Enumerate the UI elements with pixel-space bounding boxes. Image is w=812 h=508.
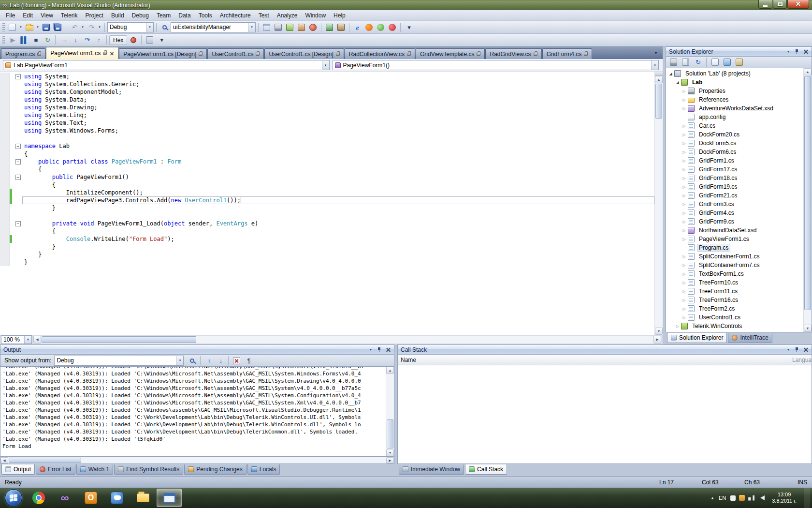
tree-item-solution-lab-8-projects[interactable]: ◢Solution 'Lab' (8 projects) (666, 69, 803, 78)
breakpoints-window-icon[interactable] (128, 34, 139, 45)
auto-hide-pin-button[interactable] (793, 48, 801, 55)
show-all-files-icon[interactable] (680, 57, 691, 68)
hidden-icons-button[interactable]: ▲ (710, 496, 714, 500)
expand-arrow-icon[interactable]: ▷ (681, 237, 688, 241)
expand-arrow-icon[interactable]: ▷ (674, 324, 681, 329)
tree-item-dockform5-cs[interactable]: ▷DockForm5.cs (666, 139, 803, 148)
tree-item-dockform6-cs[interactable]: ▷DockForm6.cs (666, 148, 803, 156)
menu-team[interactable]: Team (153, 11, 174, 20)
expand-arrow-icon[interactable]: ▷ (681, 133, 688, 137)
taskbar-clock[interactable]: 13:09 3.8.2011 г. (769, 492, 799, 504)
tree-item-textboxform1-cs[interactable]: ▷TextBoxForm1.cs (666, 269, 803, 278)
show-properties-icon[interactable] (668, 57, 679, 68)
refresh-icon[interactable]: ↻ (692, 57, 703, 68)
uncomment-selection-icon[interactable] (335, 22, 347, 33)
menu-edit[interactable]: Edit (19, 11, 37, 20)
scroll-thumb[interactable] (804, 76, 811, 310)
action-center-icon[interactable] (730, 495, 736, 501)
window-position-button[interactable]: ▾ (784, 48, 792, 55)
taskbar-communicator-button[interactable] (104, 489, 130, 507)
tab-immediate-window[interactable]: Immediate Window (399, 464, 464, 475)
menu-build[interactable]: Build (107, 11, 128, 20)
redo-dropdown[interactable]: ▾ (97, 22, 102, 33)
show-desktop-button[interactable] (804, 488, 810, 508)
tree-item-telerik-wincontrols[interactable]: ▷Telerik.WinControls (666, 322, 803, 330)
save-all-icon[interactable] (52, 22, 63, 33)
tree-item-car-cs[interactable]: ▷Car.cs (666, 121, 803, 130)
close-tab-button[interactable] (110, 51, 114, 55)
volume-icon[interactable] (758, 495, 765, 500)
tab-watch-1[interactable]: Watch 1 (76, 464, 114, 475)
solution-configurations-dropdown[interactable]: Debug▾ (107, 22, 154, 32)
expand-arrow-icon[interactable]: ▷ (681, 289, 688, 294)
tree-item-dockform20-cs[interactable]: ▷DockForm20.cs (666, 130, 803, 139)
chevron-down-icon[interactable]: ▾ (176, 356, 183, 365)
find-target-dropdown[interactable]: uiExtensibilityManager▾ (171, 22, 256, 32)
view-code-icon[interactable] (710, 57, 721, 68)
call-stack-content[interactable] (397, 365, 812, 464)
tab-intellitrace[interactable]: IntelliTrace (728, 333, 772, 343)
menu-architecture[interactable]: Architecture (216, 11, 255, 20)
tree-item-app-config[interactable]: app.config (666, 113, 803, 121)
tree-item-properties[interactable]: ▷Properties (666, 87, 803, 95)
auto-hide-pin-button[interactable] (376, 346, 383, 353)
toolbar-grip[interactable] (2, 36, 5, 44)
menu-window[interactable]: Window (301, 11, 330, 20)
chevron-down-icon[interactable]: ▾ (651, 60, 658, 70)
step-into-icon[interactable]: ↓ (70, 34, 81, 45)
tab-pageviewform1-cs-design[interactable]: PageViewForm1.cs [Design] (119, 48, 207, 59)
code-editor[interactable]: −using System;using System.Collections.G… (0, 72, 654, 335)
expand-arrow-icon[interactable]: ▷ (681, 185, 688, 189)
scroll-down-button[interactable]: ▼ (804, 325, 812, 332)
tab-pageviewform1-cs[interactable]: PageViewForm1.cs (46, 47, 118, 59)
properties-window-icon[interactable] (273, 22, 284, 33)
scroll-track[interactable] (386, 374, 394, 449)
scroll-track[interactable] (804, 75, 812, 325)
toggle-word-wrap-icon[interactable]: ¶ (243, 355, 254, 366)
expand-arrow-icon[interactable]: ▷ (681, 307, 688, 311)
tab-gridform4-cs[interactable]: GridForm4.cs (542, 48, 593, 59)
close-button[interactable] (787, 0, 809, 9)
expand-arrow-icon[interactable]: ▷ (681, 254, 688, 259)
tree-item-gridform19-cs[interactable]: ▷GridForm19.cs (666, 182, 803, 191)
menu-data[interactable]: Data (174, 11, 194, 20)
expand-arrow-icon[interactable]: ▷ (681, 106, 688, 111)
browse-with-firefox-icon[interactable] (363, 22, 375, 33)
find-message-icon[interactable] (187, 355, 198, 366)
tree-item-adventureworksdataset-xsd[interactable]: ▷AdventureWorksDataSet.xsd (666, 104, 803, 113)
debug-toolbar-options-icon[interactable]: ▾ (156, 34, 167, 45)
tree-item-northwinddataset-xsd[interactable]: ▷NorthwindDataSet.xsd (666, 226, 803, 235)
expand-arrow-icon[interactable]: ▷ (681, 281, 688, 285)
toolbar-options-icon[interactable]: ▾ (403, 22, 414, 33)
expand-arrow-icon[interactable]: ▷ (681, 159, 688, 163)
document-list-dropdown[interactable]: ▾ (652, 49, 660, 56)
redo-icon[interactable]: ↷ (86, 22, 97, 33)
break-all-icon[interactable]: ▌▌ (18, 34, 29, 45)
collapse-region-button[interactable]: − (15, 144, 21, 149)
tree-item-treeform11-cs[interactable]: ▷TreeForm11.cs (666, 287, 803, 296)
browse-with-ie-icon[interactable] (352, 22, 363, 33)
column-header-name[interactable]: Name (398, 355, 789, 365)
tree-item-splitcontainerform7-cs[interactable]: ▷SplitContainerForm7.cs (666, 261, 803, 269)
menu-project[interactable]: Project (82, 11, 107, 20)
scroll-down-button[interactable]: ▼ (386, 449, 394, 456)
tab-pending-changes[interactable]: Pending Changes (184, 464, 246, 475)
undo-dropdown[interactable]: ▾ (80, 22, 85, 33)
expand-arrow-icon[interactable]: ▷ (681, 211, 688, 215)
call-stack-title-bar[interactable]: Call Stack ▾ (397, 344, 812, 355)
expand-arrow-icon[interactable]: ▷ (681, 272, 688, 276)
scroll-left-button[interactable]: ◀ (33, 336, 41, 344)
menu-test[interactable]: Test (255, 11, 273, 20)
members-dropdown[interactable]: PageViewForm1() ▾ (333, 60, 659, 70)
tree-item-splitcontainerform1-cs[interactable]: ▷SplitContainerForm1.cs (666, 252, 803, 261)
tree-item-program-cs[interactable]: Program.cs (666, 243, 803, 252)
language-indicator[interactable]: EN (719, 495, 726, 501)
taskbar-outlook-button[interactable]: O (78, 489, 103, 507)
scroll-right-button[interactable]: ▶ (653, 336, 661, 344)
open-file-dropdown[interactable]: ▾ (35, 22, 40, 33)
scroll-up-button[interactable]: ▲ (655, 76, 663, 83)
column-header-language[interactable]: Language (789, 355, 812, 365)
tree-item-treeform10-cs[interactable]: ▷TreeForm10.cs (666, 278, 803, 287)
expand-arrow-icon[interactable]: ▷ (681, 194, 688, 198)
collapse-arrow-icon[interactable]: ◢ (667, 72, 674, 76)
